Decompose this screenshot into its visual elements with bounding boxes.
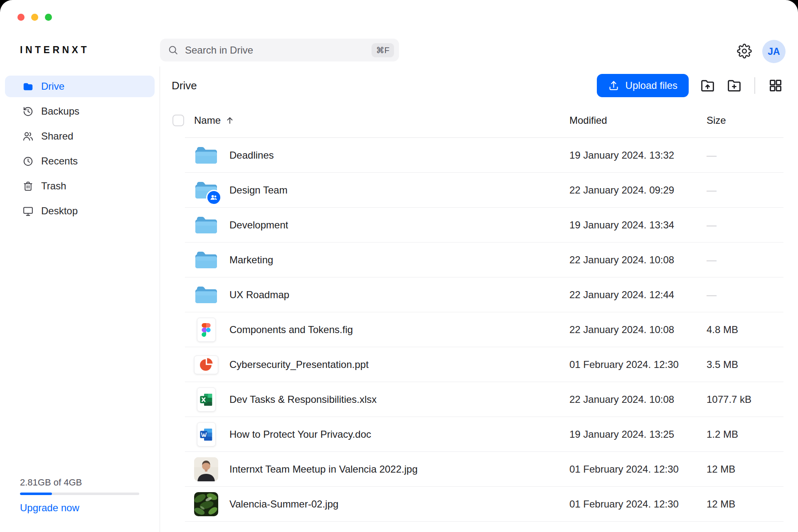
sidebar-item-desktop[interactable]: Desktop [5, 200, 155, 222]
table-row[interactable]: Development19 January 2024. 13:34— [172, 208, 783, 243]
sidebar-nav: DriveBackupsSharedRecentsTrashDesktop [5, 76, 155, 222]
table-row[interactable]: How to Protect Your Privacy.doc19 Januar… [172, 417, 783, 452]
file-name-cell: Dev Tasks & Responsibilities.xlsx [194, 387, 569, 412]
folder-icon [194, 143, 218, 167]
modified-date: 22 January 2024. 12:44 [569, 289, 707, 301]
storage-usage-text: 2.81GB of 4GB [20, 477, 139, 488]
search-input[interactable] [184, 44, 372, 56]
folder-plus-icon [727, 78, 742, 93]
column-header-modified[interactable]: Modified [569, 115, 707, 126]
file-name: Design Team [229, 184, 288, 196]
file-name: Valencia-Summer-02.jpg [229, 498, 338, 510]
sidebar-item-backups[interactable]: Backups [5, 101, 155, 122]
file-name-cell: Development [194, 213, 569, 237]
minimize-window-button[interactable] [31, 14, 38, 21]
file-name: Dev Tasks & Responsibilities.xlsx [229, 394, 377, 405]
sidebar: DriveBackupsSharedRecentsTrashDesktop 2.… [0, 66, 160, 532]
folder-filled-icon [22, 81, 34, 92]
folder-icon [194, 283, 218, 307]
modified-date: 22 January 2024. 10:08 [569, 254, 707, 266]
column-header-name[interactable]: Name [194, 115, 569, 126]
table-header: Name Modified Size [172, 97, 783, 138]
page-title: Drive [172, 79, 197, 92]
photo-leaves-icon [194, 492, 218, 516]
close-window-button[interactable] [17, 14, 25, 21]
sidebar-item-trash[interactable]: Trash [5, 175, 155, 197]
toolbar: Upload files [597, 74, 783, 97]
sidebar-item-label: Drive [41, 81, 64, 92]
sort-ascending-icon [225, 115, 235, 125]
table-row[interactable]: Cybersecurity_Presentation.ppt01 Februar… [172, 347, 783, 382]
table-row[interactable]: Internxt Team Meetup in Valencia 2022.jp… [172, 452, 783, 487]
file-name: Components and Tokens.fig [229, 324, 353, 336]
excel-icon [194, 387, 218, 412]
file-name: Internxt Team Meetup in Valencia 2022.jp… [229, 463, 418, 475]
sidebar-item-label: Shared [41, 130, 73, 142]
file-name-cell: Cybersecurity_Presentation.ppt [194, 353, 569, 377]
file-name-cell: Marketing [194, 248, 569, 272]
folder-icon [194, 213, 218, 237]
window-controls [17, 14, 52, 21]
modified-date: 22 January 2024. 10:08 [569, 324, 707, 336]
file-size: — [707, 184, 783, 196]
column-header-size[interactable]: Size [707, 115, 783, 126]
table-row[interactable]: Marketing22 January 2024. 10:08— [172, 243, 783, 277]
file-size: 3.5 MB [707, 359, 783, 370]
main-content: Drive Upload files [160, 66, 798, 532]
file-name: Deadlines [229, 150, 274, 161]
grid-view-icon [768, 78, 783, 93]
sidebar-item-label: Recents [41, 155, 78, 167]
history-icon [22, 106, 34, 117]
app-window: INTERNXT ⌘F JA DriveBackupsSharedRecents… [0, 0, 798, 532]
users-icon [22, 131, 34, 142]
modified-date: 19 January 2024. 13:25 [569, 429, 707, 440]
sidebar-item-drive[interactable]: Drive [5, 76, 155, 97]
grid-view-button[interactable] [768, 78, 783, 93]
ppt-icon [194, 353, 218, 377]
modified-date: 01 February 2024. 12:30 [569, 359, 707, 370]
sidebar-item-recents[interactable]: Recents [5, 150, 155, 172]
file-name-cell: Internxt Team Meetup in Valencia 2022.jp… [194, 457, 569, 481]
shared-folder-badge [206, 190, 222, 205]
toolbar-divider [754, 77, 755, 94]
upload-files-button[interactable]: Upload files [597, 74, 689, 97]
file-size: 1.2 MB [707, 429, 783, 440]
user-avatar[interactable]: JA [762, 40, 786, 63]
zoom-window-button[interactable] [45, 14, 52, 21]
internxt-logo: INTERNXT [20, 44, 89, 56]
trash-icon [22, 181, 34, 192]
sidebar-item-label: Backups [41, 105, 79, 117]
modified-date: 19 January 2024. 13:32 [569, 150, 707, 161]
sidebar-item-label: Trash [41, 180, 66, 192]
upload-icon [608, 80, 619, 91]
file-name-cell: Components and Tokens.fig [194, 318, 569, 342]
file-list: Deadlines19 January 2024. 13:32—Design T… [172, 138, 783, 522]
file-size: 4.8 MB [707, 324, 783, 336]
file-size: — [707, 150, 783, 161]
select-all-checkbox[interactable] [172, 115, 184, 126]
table-row[interactable]: Deadlines19 January 2024. 13:32— [172, 138, 783, 173]
file-size: 12 MB [707, 463, 783, 475]
new-folder-button[interactable] [726, 78, 742, 93]
upload-folder-button[interactable] [699, 78, 715, 93]
photo-person-icon [194, 457, 218, 481]
file-name: Cybersecurity_Presentation.ppt [229, 359, 369, 370]
search-bar[interactable]: ⌘F [160, 39, 399, 61]
file-name-cell: How to Protect Your Privacy.doc [194, 422, 569, 446]
sidebar-item-shared[interactable]: Shared [5, 125, 155, 147]
table-row[interactable]: Components and Tokens.fig22 January 2024… [172, 312, 783, 347]
table-row[interactable]: Dev Tasks & Responsibilities.xlsx22 Janu… [172, 382, 783, 417]
monitor-icon [22, 206, 34, 217]
file-size: 12 MB [707, 498, 783, 510]
figma-icon [194, 318, 218, 342]
table-row[interactable]: Design Team22 January 2024. 09:29— [172, 173, 783, 208]
storage-progress-fill [20, 493, 52, 495]
settings-button[interactable] [736, 43, 752, 59]
table-row[interactable]: UX Roadmap22 January 2024. 12:44— [172, 277, 783, 312]
clock-icon [22, 156, 34, 167]
modified-date: 19 January 2024. 13:34 [569, 219, 707, 231]
sidebar-item-label: Desktop [41, 205, 78, 217]
table-row[interactable]: Valencia-Summer-02.jpg01 February 2024. … [172, 487, 783, 522]
word-icon [194, 422, 218, 446]
upgrade-now-link[interactable]: Upgrade now [20, 502, 139, 514]
